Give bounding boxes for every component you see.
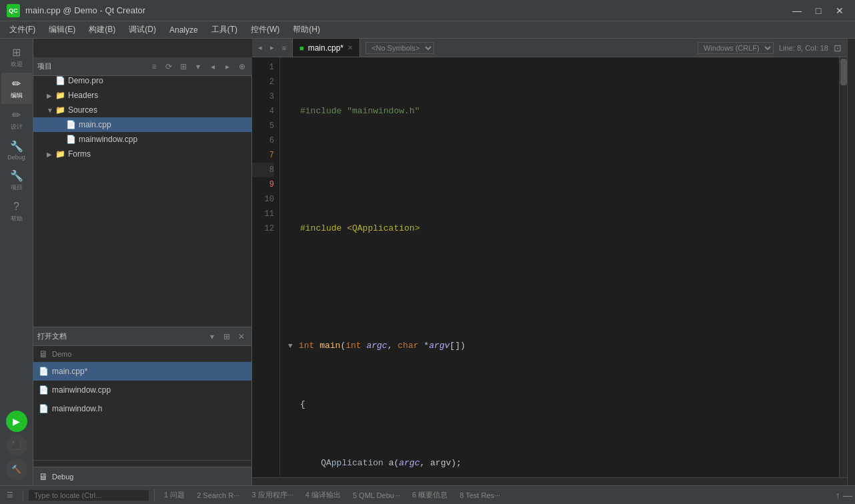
minimize-button[interactable]: —	[788, 4, 806, 17]
open-doc-maincpp[interactable]: 📄 main.cpp*	[33, 362, 251, 381]
open-docs-toolbar-btn1[interactable]: ▾	[206, 331, 218, 343]
sources-folder-icon: 📁	[55, 105, 65, 115]
maincpp-doc-icon: 📄	[39, 367, 48, 376]
symbols-dropdown[interactable]: <No Symbols>	[365, 42, 434, 54]
sidebar-item-projects[interactable]: 🔧 项目	[1, 165, 32, 196]
editor-split-btn[interactable]: ⊡	[834, 43, 842, 53]
project-toolbar-expand[interactable]: ⊞	[177, 61, 189, 73]
debug-monitor-icon: 🖥	[39, 471, 48, 482]
open-docs-toolbar-btn3[interactable]: ✕	[235, 331, 247, 343]
open-docs-scrollbar[interactable]	[33, 460, 251, 467]
build-button[interactable]: 🔨	[6, 459, 27, 480]
tab-close-btn[interactable]: ✕	[347, 44, 353, 51]
sidebar-item-design[interactable]: ✏ 设计	[1, 104, 32, 135]
statusbar-minimize-btn[interactable]: —	[843, 490, 852, 501]
tab-nav-menu[interactable]: ≡	[279, 43, 289, 53]
tree-item-headers[interactable]: ▶ 📁 Headers	[33, 88, 251, 103]
title-text: main.cpp @ Demo - Qt Creator	[25, 5, 145, 15]
maximize-button[interactable]: □	[810, 4, 827, 17]
sidebar-item-welcome[interactable]: ⊞ 欢迎	[1, 41, 32, 73]
statusbar-search[interactable]: 2 Search R···	[193, 486, 243, 504]
editor-scrollbar-vertical[interactable]	[839, 57, 847, 477]
project-toolbar-filter[interactable]: ≡	[148, 61, 160, 73]
editor-area: ◂ ▸ ≡ ■ main.cpp* ✕ <No Symbols> Windows…	[252, 39, 847, 485]
menu-analyze[interactable]: Analyze	[163, 21, 205, 38]
menubar: 文件(F) 编辑(E) 构建(B) 调试(D) Analyze 工具(T) 控件…	[0, 21, 855, 39]
debug-panel-label: 🖥 Debug	[33, 467, 251, 485]
tree-arrow-headers: ▶	[47, 92, 55, 99]
scroll-thumb[interactable]	[840, 59, 847, 85]
welcome-icon: ⊞	[10, 45, 23, 59]
statusbar-problems[interactable]: 1 问题	[160, 486, 189, 504]
encoding-dropdown[interactable]: Windows (CRLF)	[698, 42, 774, 54]
editor-info: Windows (CRLF) Line: 8, Col: 18 ⊡	[698, 42, 842, 54]
statusbar-test[interactable]: 8 Test Res···	[456, 486, 504, 504]
sidebar: ⊞ 欢迎 ✏ 编辑 ✏ 设计 🔧 Debug 🔧 项目 ? 帮助 ▶ ⬛ 🔨	[0, 39, 33, 485]
design-icon: ✏	[10, 108, 23, 121]
open-doc-mainwindowcpp[interactable]: 📄 mainwindow.cpp	[33, 381, 251, 399]
sidebar-debug-label: Debug	[7, 154, 25, 161]
run-debug-button[interactable]: ⬛	[6, 435, 27, 456]
tab-maincpp[interactable]: ■ main.cpp* ✕	[293, 39, 360, 57]
code-line-7: ▶ QApplication a(argc, argv);	[288, 456, 839, 471]
project-tree: ▼ ● Demo 📄 Demo.pro ▶ 📁 Headers	[33, 57, 251, 327]
statusbar-icon: ☰	[7, 491, 13, 499]
locate-input[interactable]	[29, 490, 149, 501]
statusbar-compile[interactable]: 4 编译输出	[301, 486, 345, 504]
statusbar-expand-btn[interactable]: ↑	[836, 490, 840, 501]
menu-tools[interactable]: 工具(T)	[205, 21, 244, 38]
run-button[interactable]: ▶	[6, 411, 27, 432]
statusbar-right-controls: ↑ —	[836, 490, 852, 501]
editor-scrollbar-horizontal[interactable]	[252, 477, 847, 485]
statusbar-qml-debug[interactable]: 5 QML Debu···	[349, 486, 404, 504]
titlebar-left: QC main.cpp @ Demo - Qt Creator	[7, 4, 145, 17]
edit-icon: ✏	[10, 77, 23, 90]
statusbar-app-output[interactable]: 3 应用程序···	[247, 486, 297, 504]
code-area[interactable]: ▶ #include "mainwindow.h" ▶ ▶ #include <…	[280, 57, 839, 477]
tree-label-maincpp: main.cpp	[79, 120, 249, 129]
sidebar-projects-label: 项目	[11, 183, 23, 192]
project-toolbar-options[interactable]: ▾	[192, 61, 204, 73]
demopro-file-icon: 📄	[55, 75, 65, 86]
tab-right-area: <No Symbols> Windows (CRLF) Line: 8, Col…	[360, 39, 847, 57]
menu-edit[interactable]: 编辑(E)	[42, 21, 82, 38]
menu-debug[interactable]: 调试(D)	[122, 21, 163, 38]
project-toolbar-nav-fwd[interactable]: ▸	[221, 61, 233, 73]
tab-navigation-controls: ◂ ▸ ≡	[252, 39, 293, 57]
forms-folder-icon: 📁	[55, 149, 65, 159]
tree-item-forms[interactable]: ▶ 📁 Forms	[33, 147, 251, 161]
sidebar-item-debug[interactable]: 🔧 Debug	[1, 135, 32, 165]
menu-help[interactable]: 帮助(H)	[286, 21, 327, 38]
code-editor[interactable]: 1 2 3 4 5 6 7 8 9 10 11 12 ▶ #include "m…	[252, 57, 847, 477]
tree-item-mainwindowcpp[interactable]: 📄 mainwindow.cpp	[33, 132, 251, 147]
statusbar-general[interactable]: 6 概要信息	[408, 486, 452, 504]
line-numbers: 1 2 3 4 5 6 7 8 9 10 11 12	[252, 57, 280, 477]
sidebar-item-edit[interactable]: ✏ 编辑	[1, 73, 32, 104]
headers-folder-icon: 📁	[55, 90, 65, 101]
menu-build[interactable]: 构建(B)	[82, 21, 122, 38]
project-toolbar-nav-back[interactable]: ◂	[207, 61, 219, 73]
open-docs-toolbar-btn2[interactable]: ⊞	[221, 331, 233, 343]
menu-controls[interactable]: 控件(W)	[244, 21, 286, 38]
project-toolbar-sync[interactable]: ⟳	[163, 61, 175, 73]
menu-file[interactable]: 文件(F)	[3, 21, 42, 38]
open-doc-mainwindowh-label: mainwindow.h	[52, 404, 102, 413]
statusbar-icon-btn[interactable]: ☰	[3, 486, 17, 504]
sidebar-item-help[interactable]: ? 帮助	[1, 196, 32, 227]
tab-nav-back[interactable]: ◂	[255, 43, 265, 53]
main-right-scrollbar[interactable]	[847, 39, 855, 485]
tree-arrow-sources: ▼	[47, 107, 55, 114]
tree-item-sources[interactable]: ▼ 📁 Sources	[33, 103, 251, 117]
code-line-3: ▶ #include <QApplication>	[288, 221, 839, 236]
open-docs-list: 🖥 Demo 📄 main.cpp* 📄 mainwindow.cpp 📄 ma…	[33, 346, 251, 460]
maincpp-file-icon: 📄	[65, 119, 76, 130]
tab-nav-fwd[interactable]: ▸	[267, 43, 277, 53]
tree-item-maincpp[interactable]: 📄 main.cpp	[33, 117, 251, 132]
code-line-1: ▶ #include "mainwindow.h"	[288, 104, 839, 119]
code-line-6: ▶ {	[288, 397, 839, 412]
project-toolbar-add[interactable]: ⊕	[236, 61, 248, 73]
close-button[interactable]: ✕	[831, 4, 848, 17]
code-line-4: ▶	[288, 280, 839, 295]
open-doc-mainwindowh[interactable]: 📄 mainwindow.h	[33, 399, 251, 418]
tab-icon: ■	[299, 44, 304, 52]
